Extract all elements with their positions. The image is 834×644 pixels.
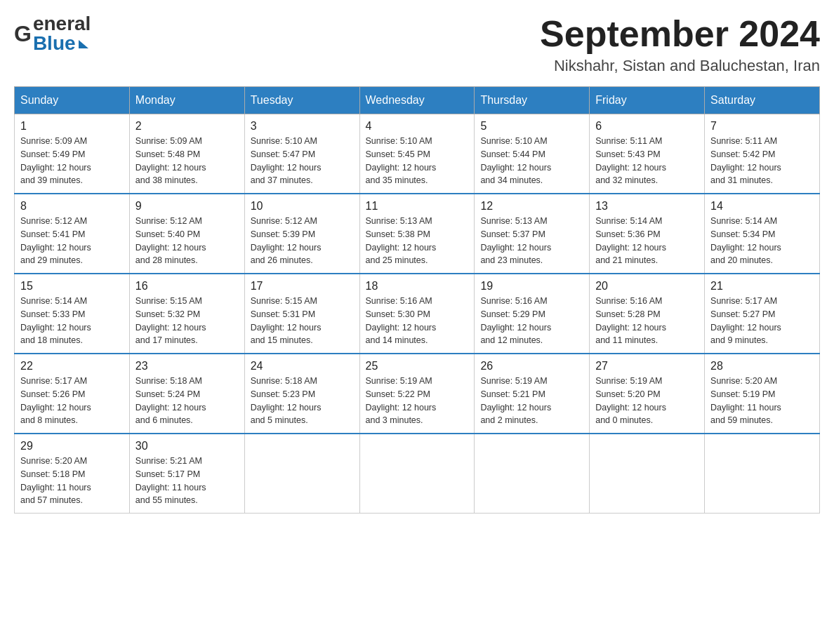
day-info: Sunrise: 5:10 AMSunset: 5:44 PMDaylight:… bbox=[480, 136, 551, 185]
day-info: Sunrise: 5:12 AMSunset: 5:39 PMDaylight:… bbox=[251, 216, 322, 265]
weekday-header-wednesday: Wednesday bbox=[359, 87, 475, 114]
day-info: Sunrise: 5:17 AMSunset: 5:27 PMDaylight:… bbox=[710, 296, 781, 345]
day-number: 27 bbox=[595, 360, 699, 373]
calendar-cell: 12 Sunrise: 5:13 AMSunset: 5:37 PMDaylig… bbox=[475, 194, 590, 274]
calendar-week-1: 1 Sunrise: 5:09 AMSunset: 5:49 PMDayligh… bbox=[15, 114, 820, 194]
day-number: 22 bbox=[20, 360, 124, 373]
calendar-cell: 18 Sunrise: 5:16 AMSunset: 5:30 PMDaylig… bbox=[359, 274, 475, 354]
day-info: Sunrise: 5:16 AMSunset: 5:30 PMDaylight:… bbox=[366, 296, 437, 345]
day-number: 19 bbox=[480, 280, 583, 293]
day-info: Sunrise: 5:19 AMSunset: 5:20 PMDaylight:… bbox=[595, 376, 666, 425]
calendar-cell: 28 Sunrise: 5:20 AMSunset: 5:19 PMDaylig… bbox=[705, 354, 820, 434]
calendar-cell: 22 Sunrise: 5:17 AMSunset: 5:26 PMDaylig… bbox=[15, 354, 130, 434]
day-number: 16 bbox=[135, 280, 239, 293]
day-info: Sunrise: 5:17 AMSunset: 5:26 PMDaylight:… bbox=[20, 376, 91, 425]
calendar-cell: 21 Sunrise: 5:17 AMSunset: 5:27 PMDaylig… bbox=[705, 274, 820, 354]
weekday-header-monday: Monday bbox=[129, 87, 244, 114]
day-info: Sunrise: 5:09 AMSunset: 5:49 PMDaylight:… bbox=[20, 136, 91, 185]
day-number: 5 bbox=[480, 120, 583, 133]
calendar-table: SundayMondayTuesdayWednesdayThursdayFrid… bbox=[14, 86, 820, 514]
calendar-cell: 3 Sunrise: 5:10 AMSunset: 5:47 PMDayligh… bbox=[244, 114, 359, 194]
day-info: Sunrise: 5:11 AMSunset: 5:42 PMDaylight:… bbox=[710, 136, 781, 185]
day-info: Sunrise: 5:16 AMSunset: 5:29 PMDaylight:… bbox=[480, 296, 551, 345]
calendar-cell bbox=[590, 434, 705, 514]
calendar-cell: 26 Sunrise: 5:19 AMSunset: 5:21 PMDaylig… bbox=[475, 354, 590, 434]
calendar-cell: 8 Sunrise: 5:12 AMSunset: 5:41 PMDayligh… bbox=[15, 194, 130, 274]
day-info: Sunrise: 5:18 AMSunset: 5:23 PMDaylight:… bbox=[251, 376, 322, 425]
day-info: Sunrise: 5:20 AMSunset: 5:18 PMDaylight:… bbox=[20, 456, 91, 505]
calendar-cell bbox=[359, 434, 475, 514]
day-number: 11 bbox=[366, 200, 469, 213]
day-info: Sunrise: 5:14 AMSunset: 5:33 PMDaylight:… bbox=[20, 296, 91, 345]
day-number: 20 bbox=[595, 280, 699, 293]
calendar-cell: 20 Sunrise: 5:16 AMSunset: 5:28 PMDaylig… bbox=[590, 274, 705, 354]
day-info: Sunrise: 5:12 AMSunset: 5:40 PMDaylight:… bbox=[135, 216, 206, 265]
day-info: Sunrise: 5:13 AMSunset: 5:38 PMDaylight:… bbox=[366, 216, 437, 265]
calendar-cell: 17 Sunrise: 5:15 AMSunset: 5:31 PMDaylig… bbox=[244, 274, 359, 354]
day-info: Sunrise: 5:09 AMSunset: 5:48 PMDaylight:… bbox=[135, 136, 206, 185]
calendar-cell: 29 Sunrise: 5:20 AMSunset: 5:18 PMDaylig… bbox=[15, 434, 130, 514]
weekday-header-sunday: Sunday bbox=[15, 87, 130, 114]
day-info: Sunrise: 5:15 AMSunset: 5:32 PMDaylight:… bbox=[135, 296, 206, 345]
day-number: 4 bbox=[366, 120, 469, 133]
calendar-cell: 23 Sunrise: 5:18 AMSunset: 5:24 PMDaylig… bbox=[129, 354, 244, 434]
weekday-header-saturday: Saturday bbox=[705, 87, 820, 114]
day-number: 18 bbox=[366, 280, 469, 293]
day-number: 17 bbox=[251, 280, 354, 293]
day-number: 23 bbox=[135, 360, 239, 373]
page-subtitle: Nikshahr, Sistan and Baluchestan, Iran bbox=[540, 57, 820, 75]
weekday-header-thursday: Thursday bbox=[475, 87, 590, 114]
day-info: Sunrise: 5:11 AMSunset: 5:43 PMDaylight:… bbox=[595, 136, 666, 185]
calendar-cell: 10 Sunrise: 5:12 AMSunset: 5:39 PMDaylig… bbox=[244, 194, 359, 274]
day-info: Sunrise: 5:21 AMSunset: 5:17 PMDaylight:… bbox=[135, 456, 206, 505]
title-area: September 2024 Nikshahr, Sistan and Balu… bbox=[540, 14, 820, 75]
day-number: 13 bbox=[595, 200, 699, 213]
day-number: 10 bbox=[251, 200, 354, 213]
day-number: 24 bbox=[251, 360, 354, 373]
weekday-header-row: SundayMondayTuesdayWednesdayThursdayFrid… bbox=[15, 87, 820, 114]
calendar-cell: 14 Sunrise: 5:14 AMSunset: 5:34 PMDaylig… bbox=[705, 194, 820, 274]
day-info: Sunrise: 5:20 AMSunset: 5:19 PMDaylight:… bbox=[710, 376, 781, 425]
day-info: Sunrise: 5:16 AMSunset: 5:28 PMDaylight:… bbox=[595, 296, 666, 345]
logo: G eneral Blue bbox=[14, 14, 91, 53]
day-number: 9 bbox=[135, 200, 239, 213]
day-number: 2 bbox=[135, 120, 239, 133]
logo-g: G bbox=[14, 21, 32, 47]
calendar-week-2: 8 Sunrise: 5:12 AMSunset: 5:41 PMDayligh… bbox=[15, 194, 820, 274]
weekday-header-tuesday: Tuesday bbox=[244, 87, 359, 114]
calendar-cell: 6 Sunrise: 5:11 AMSunset: 5:43 PMDayligh… bbox=[590, 114, 705, 194]
calendar-week-5: 29 Sunrise: 5:20 AMSunset: 5:18 PMDaylig… bbox=[15, 434, 820, 514]
day-number: 15 bbox=[20, 280, 124, 293]
calendar-cell: 25 Sunrise: 5:19 AMSunset: 5:22 PMDaylig… bbox=[359, 354, 475, 434]
calendar-cell: 7 Sunrise: 5:11 AMSunset: 5:42 PMDayligh… bbox=[705, 114, 820, 194]
day-info: Sunrise: 5:13 AMSunset: 5:37 PMDaylight:… bbox=[480, 216, 551, 265]
page-header: G eneral Blue September 2024 Nikshahr, S… bbox=[14, 14, 820, 75]
day-info: Sunrise: 5:15 AMSunset: 5:31 PMDaylight:… bbox=[251, 296, 322, 345]
day-info: Sunrise: 5:14 AMSunset: 5:34 PMDaylight:… bbox=[710, 216, 781, 265]
day-info: Sunrise: 5:10 AMSunset: 5:45 PMDaylight:… bbox=[366, 136, 437, 185]
weekday-header-friday: Friday bbox=[590, 87, 705, 114]
calendar-cell: 15 Sunrise: 5:14 AMSunset: 5:33 PMDaylig… bbox=[15, 274, 130, 354]
day-number: 30 bbox=[135, 440, 239, 452]
calendar-cell bbox=[244, 434, 359, 514]
day-info: Sunrise: 5:12 AMSunset: 5:41 PMDaylight:… bbox=[20, 216, 91, 265]
calendar-cell: 19 Sunrise: 5:16 AMSunset: 5:29 PMDaylig… bbox=[475, 274, 590, 354]
day-info: Sunrise: 5:19 AMSunset: 5:21 PMDaylight:… bbox=[480, 376, 551, 425]
calendar-cell: 2 Sunrise: 5:09 AMSunset: 5:48 PMDayligh… bbox=[129, 114, 244, 194]
day-number: 14 bbox=[710, 200, 814, 213]
calendar-cell: 27 Sunrise: 5:19 AMSunset: 5:20 PMDaylig… bbox=[590, 354, 705, 434]
day-info: Sunrise: 5:10 AMSunset: 5:47 PMDaylight:… bbox=[251, 136, 322, 185]
calendar-cell bbox=[475, 434, 590, 514]
logo-arrow-icon bbox=[79, 40, 88, 48]
day-info: Sunrise: 5:18 AMSunset: 5:24 PMDaylight:… bbox=[135, 376, 206, 425]
day-number: 7 bbox=[710, 120, 814, 133]
calendar-cell: 11 Sunrise: 5:13 AMSunset: 5:38 PMDaylig… bbox=[359, 194, 475, 274]
logo-blue-text: Blue bbox=[33, 34, 76, 53]
day-info: Sunrise: 5:14 AMSunset: 5:36 PMDaylight:… bbox=[595, 216, 666, 265]
day-number: 12 bbox=[480, 200, 583, 213]
day-number: 1 bbox=[20, 120, 124, 133]
day-number: 3 bbox=[251, 120, 354, 133]
calendar-cell: 1 Sunrise: 5:09 AMSunset: 5:49 PMDayligh… bbox=[15, 114, 130, 194]
day-info: Sunrise: 5:19 AMSunset: 5:22 PMDaylight:… bbox=[366, 376, 437, 425]
calendar-week-3: 15 Sunrise: 5:14 AMSunset: 5:33 PMDaylig… bbox=[15, 274, 820, 354]
